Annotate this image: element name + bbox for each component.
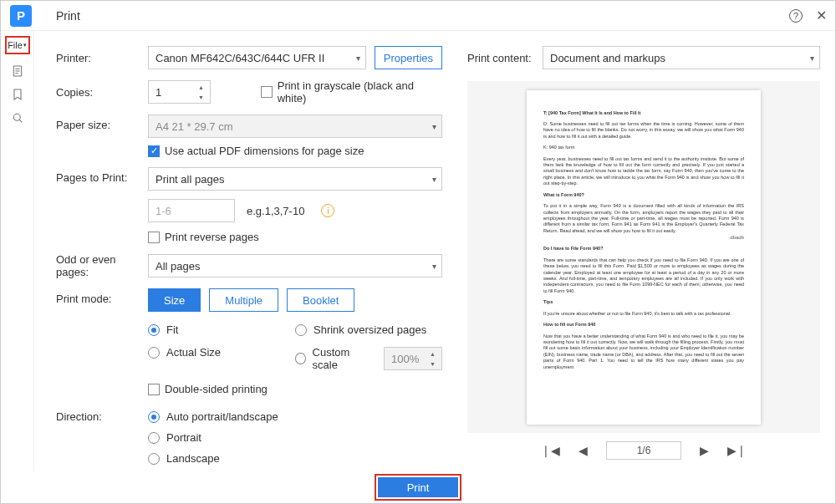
close-icon[interactable]: ✕ xyxy=(816,8,827,23)
properties-button[interactable]: Properties xyxy=(375,46,442,69)
custom-scale-stepper: 100%▲▼ xyxy=(384,347,442,370)
paper-size-label: Paper size: xyxy=(56,115,148,131)
pages-to-print-label: Pages to Print: xyxy=(56,167,148,184)
radio-custom-scale[interactable]: Custom scale 100%▲▼ xyxy=(295,346,442,371)
dialog-title: Print xyxy=(56,9,80,23)
page-view-icon[interactable] xyxy=(11,64,24,78)
app-logo: P xyxy=(10,5,32,27)
copies-label: Copies: xyxy=(56,86,148,99)
radio-auto-orientation[interactable]: Auto portrait/landscape xyxy=(148,410,442,423)
radio-portrait[interactable]: Portrait xyxy=(148,431,442,444)
page-range-eg: e.g.1,3,7-10 xyxy=(247,205,304,217)
prev-page-icon[interactable]: ◀ xyxy=(579,444,588,457)
grayscale-checkbox[interactable]: Print in grayscale (black and white) xyxy=(261,79,442,104)
tab-multiple[interactable]: Multiple xyxy=(209,288,278,312)
next-page-icon[interactable]: ▶ xyxy=(700,444,709,457)
first-page-icon[interactable]: ❘◀ xyxy=(541,444,560,457)
radio-actual-size[interactable]: Actual Size xyxy=(148,346,295,359)
page-indicator-input[interactable]: 1/6 xyxy=(606,441,681,460)
tab-size[interactable]: Size xyxy=(148,288,201,312)
print-mode-label: Print mode: xyxy=(56,288,148,305)
printer-select[interactable]: Canon MF642C/643C/644C UFR II▾ xyxy=(148,46,366,69)
odd-even-label: Odd or even pages: xyxy=(56,253,148,278)
bookmark-icon[interactable] xyxy=(11,88,24,101)
svg-line-5 xyxy=(19,120,22,122)
page-range-input[interactable]: 1-6 xyxy=(148,199,235,222)
copies-stepper[interactable]: 1▲▼ xyxy=(148,80,211,104)
svg-point-4 xyxy=(13,114,20,120)
reverse-pages-checkbox[interactable]: Print reverse pages xyxy=(148,231,442,243)
double-sided-checkbox[interactable]: Double-sided printing xyxy=(148,383,442,395)
radio-landscape[interactable]: Landscape xyxy=(148,452,442,465)
printer-label: Printer: xyxy=(56,52,148,64)
use-actual-dimensions-checkbox[interactable]: ✓Use actual PDF dimensions for page size xyxy=(148,145,442,157)
file-menu[interactable]: File▾ xyxy=(5,36,30,54)
tab-booklet[interactable]: Booklet xyxy=(287,288,354,312)
info-icon[interactable]: i xyxy=(321,204,334,217)
print-preview: T: [940 Tax Form] What It Is and How to … xyxy=(467,81,820,433)
paper-size-select[interactable]: A4 21 * 29.7 cm▾ xyxy=(148,115,442,138)
pages-to-print-select[interactable]: Print all pages▾ xyxy=(148,167,442,191)
search-icon[interactable] xyxy=(11,111,24,125)
direction-label: Direction: xyxy=(56,410,148,423)
print-content-select[interactable]: Document and markups▾ xyxy=(543,46,820,69)
help-icon[interactable]: ? xyxy=(789,9,803,23)
radio-fit[interactable]: Fit xyxy=(148,323,295,336)
odd-even-select[interactable]: All pages▾ xyxy=(148,254,442,277)
print-button[interactable]: Print xyxy=(378,477,458,497)
print-content-label: Print content: xyxy=(467,52,543,64)
radio-shrink[interactable]: Shrink oversized pages xyxy=(295,323,442,336)
last-page-icon[interactable]: ▶❘ xyxy=(727,444,747,457)
